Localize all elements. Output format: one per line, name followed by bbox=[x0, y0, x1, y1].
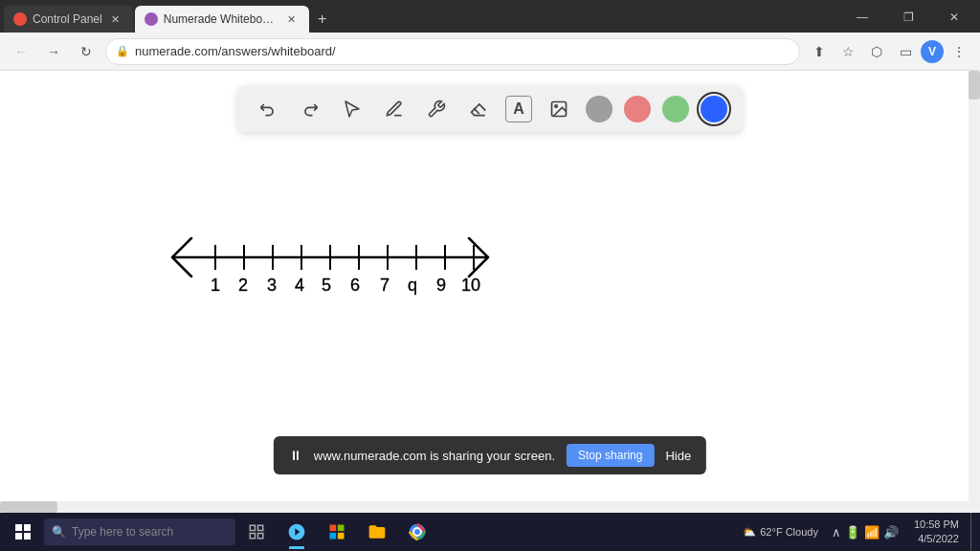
undo-button[interactable] bbox=[253, 94, 283, 124]
pen-tool-button[interactable] bbox=[379, 94, 410, 124]
time-display: 10:58 PM bbox=[914, 518, 959, 532]
pause-icon: ⏸ bbox=[289, 448, 302, 463]
scrollbar-bottom[interactable] bbox=[0, 501, 969, 513]
menu-button[interactable]: ⋮ bbox=[946, 38, 972, 65]
svg-rect-22 bbox=[15, 524, 22, 531]
system-icons: ∧ 🔋 📶 🔊 bbox=[828, 525, 902, 540]
chevron-icon[interactable]: ∧ bbox=[832, 525, 841, 540]
scrollbar-right[interactable] bbox=[969, 71, 980, 513]
svg-rect-33 bbox=[338, 533, 345, 540]
show-desktop-button[interactable] bbox=[970, 513, 976, 551]
back-button[interactable]: ← bbox=[8, 38, 34, 65]
start-button[interactable] bbox=[4, 513, 42, 551]
lock-icon: 🔒 bbox=[116, 45, 129, 57]
tab-label-whiteboard: Numerade Whiteboard bbox=[164, 12, 278, 26]
svg-text:5: 5 bbox=[322, 276, 331, 295]
color-green[interactable] bbox=[662, 96, 689, 122]
svg-point-1 bbox=[555, 105, 558, 108]
date-display: 4/5/2022 bbox=[914, 532, 959, 546]
tab-icon-control-panel bbox=[13, 12, 27, 26]
tab-icon-whiteboard bbox=[145, 12, 158, 26]
search-icon: 🔍 bbox=[52, 525, 66, 539]
taskbar-search-label: Type here to search bbox=[72, 525, 173, 539]
weather-text: 62°F Cloudy bbox=[760, 526, 818, 538]
window-controls: — ❐ ✕ bbox=[840, 2, 976, 33]
number-line-drawing: 1 2 3 4 5 6 7 q 9 10 bbox=[144, 205, 526, 329]
svg-text:10: 10 bbox=[461, 276, 480, 295]
color-gray[interactable] bbox=[586, 96, 612, 122]
address-bar[interactable]: 🔒 numerade.com/answers/whiteboard/ bbox=[105, 38, 800, 65]
screen-share-notification: ⏸ www.numerade.com is sharing your scree… bbox=[274, 436, 706, 474]
svg-text:7: 7 bbox=[380, 276, 390, 295]
minimize-button[interactable]: — bbox=[840, 2, 884, 33]
stop-sharing-button[interactable]: Stop sharing bbox=[567, 444, 654, 467]
tab-group: Control Panel ✕ Numerade Whiteboard ✕ + bbox=[4, 6, 336, 33]
color-blue[interactable] bbox=[701, 96, 727, 122]
forward-button[interactable]: → bbox=[40, 38, 67, 65]
address-text: numerade.com/answers/whiteboard/ bbox=[135, 44, 336, 58]
new-tab-button[interactable]: + bbox=[309, 6, 336, 33]
taskbar-app-edge[interactable] bbox=[278, 513, 316, 551]
nav-bar: ← → ↻ 🔒 numerade.com/answers/whiteboard/… bbox=[0, 33, 980, 71]
eraser-tool-button[interactable] bbox=[463, 94, 494, 124]
svg-rect-25 bbox=[24, 533, 31, 540]
whiteboard-canvas[interactable]: A bbox=[0, 71, 980, 513]
svg-text:1: 1 bbox=[211, 276, 220, 295]
svg-text:4: 4 bbox=[295, 276, 304, 295]
svg-text:6: 6 bbox=[350, 276, 360, 295]
taskbar-app-chrome[interactable] bbox=[398, 513, 436, 551]
close-button[interactable]: ✕ bbox=[932, 2, 976, 33]
svg-text:2: 2 bbox=[238, 276, 248, 295]
color-pink[interactable] bbox=[624, 96, 651, 122]
task-view-button[interactable] bbox=[237, 513, 276, 551]
taskbar-app-store[interactable] bbox=[318, 513, 356, 551]
svg-text:q: q bbox=[408, 276, 417, 295]
svg-rect-31 bbox=[338, 525, 345, 532]
reload-button[interactable]: ↻ bbox=[73, 38, 100, 65]
tools-button[interactable] bbox=[421, 94, 452, 124]
svg-rect-32 bbox=[330, 533, 337, 540]
extensions-button[interactable]: ⬡ bbox=[863, 38, 890, 65]
maximize-button[interactable]: ❐ bbox=[886, 2, 930, 33]
taskbar: 🔍 Type here to search bbox=[0, 513, 980, 551]
whiteboard-toolbar: A bbox=[237, 86, 743, 132]
screen-share-message: www.numerade.com is sharing your screen. bbox=[314, 449, 555, 463]
svg-text:9: 9 bbox=[436, 276, 446, 295]
clock[interactable]: 10:58 PM 4/5/2022 bbox=[906, 518, 967, 547]
volume-icon: 🔊 bbox=[883, 525, 899, 540]
sidebar-button[interactable]: ▭ bbox=[892, 38, 919, 65]
select-tool-button[interactable] bbox=[337, 94, 368, 124]
tab-whiteboard[interactable]: Numerade Whiteboard ✕ bbox=[135, 6, 309, 33]
svg-rect-24 bbox=[15, 533, 22, 540]
tab-label-control-panel: Control Panel bbox=[33, 12, 102, 26]
tab-control-panel[interactable]: Control Panel ✕ bbox=[4, 6, 133, 33]
browser-frame: Control Panel ✕ Numerade Whiteboard ✕ + … bbox=[0, 0, 980, 551]
system-tray: ⛅ 62°F Cloudy ∧ 🔋 📶 🔊 10:58 PM 4/5/2022 bbox=[737, 513, 976, 551]
battery-icon: 🔋 bbox=[845, 525, 860, 540]
svg-rect-27 bbox=[258, 525, 263, 530]
text-tool-button[interactable]: A bbox=[505, 96, 532, 122]
bookmark-button[interactable]: ☆ bbox=[835, 38, 861, 65]
network-icon: 📶 bbox=[864, 525, 880, 540]
hide-button[interactable]: Hide bbox=[665, 449, 691, 463]
svg-rect-29 bbox=[258, 534, 263, 539]
svg-rect-23 bbox=[24, 524, 31, 531]
weather-icon: ⛅ bbox=[743, 526, 756, 539]
tab-close-control-panel[interactable]: ✕ bbox=[108, 11, 123, 27]
profile-button[interactable]: V bbox=[921, 40, 944, 63]
image-tool-button[interactable] bbox=[544, 94, 574, 124]
taskbar-app-files[interactable] bbox=[358, 513, 396, 551]
taskbar-search[interactable]: 🔍 Type here to search bbox=[44, 518, 235, 545]
nav-right-controls: ⬆ ☆ ⬡ ▭ V ⋮ bbox=[806, 38, 972, 65]
share-button[interactable]: ⬆ bbox=[806, 38, 833, 65]
svg-rect-28 bbox=[250, 534, 255, 539]
svg-rect-26 bbox=[250, 525, 255, 530]
redo-button[interactable] bbox=[295, 94, 325, 124]
tab-close-whiteboard[interactable]: ✕ bbox=[284, 11, 300, 27]
svg-text:3: 3 bbox=[267, 276, 277, 295]
svg-rect-30 bbox=[330, 525, 337, 532]
weather-widget[interactable]: ⛅ 62°F Cloudy bbox=[737, 526, 824, 539]
svg-point-36 bbox=[414, 529, 420, 535]
